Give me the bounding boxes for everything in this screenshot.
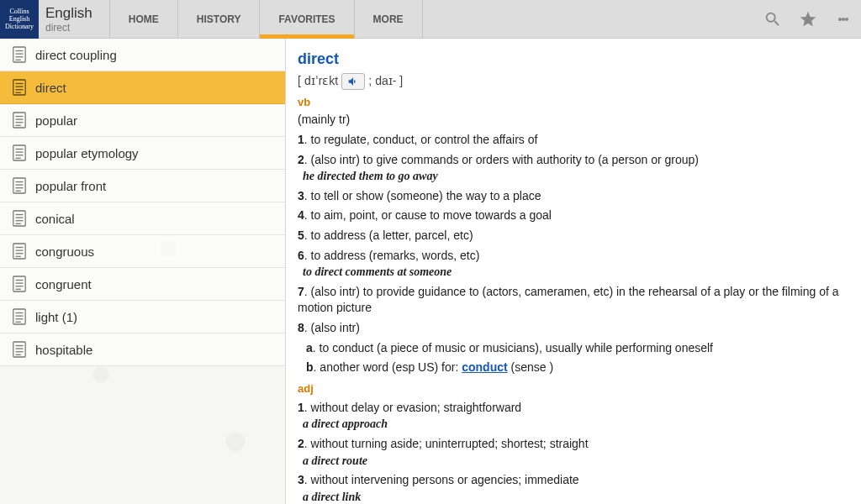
sidebar-item-direct-coupling[interactable]: direct coupling (0, 39, 285, 71)
sense-definition: . without turning aside; uninterrupted; … (304, 437, 589, 450)
sub-sense-text: . another word (esp US) for: (314, 360, 462, 374)
tab-bar: HOME HISTORY FAVORITES MORE (109, 0, 423, 39)
sense-definition: . to tell or show (someone) the way to a… (304, 189, 541, 202)
sidebar-item-label: popular etymology (35, 146, 139, 160)
tab-home[interactable]: HOME (109, 0, 178, 39)
page-icon (12, 176, 27, 195)
sub-sense-letter: b (306, 360, 314, 374)
top-toolbar: Collins English Dictionary English direc… (0, 0, 861, 39)
sense-definition: . to regulate, conduct, or control the a… (304, 133, 538, 146)
tab-label: FAVORITES (278, 13, 335, 25)
sidebar-item-congruous[interactable]: congruous (0, 235, 285, 268)
sense-example: a direct link (303, 489, 846, 504)
sense: 3. without intervening persons or agenci… (298, 472, 846, 489)
sense-number: 6 (298, 249, 304, 262)
sub-sense-letter: a (306, 341, 313, 354)
headword: direct (298, 49, 846, 70)
sense: 1. without delay or evasion; straightfor… (298, 400, 846, 417)
sidebar-item-label: light (1) (35, 310, 77, 324)
favorites-sidebar: direct couplingdirectpopularpopular etym… (0, 39, 286, 504)
page-icon (12, 307, 27, 326)
sidebar-item-label: congruous (35, 244, 94, 259)
sub-sense-text-after: (sense ) (508, 360, 553, 374)
pronunciation-2: daɪ- (375, 73, 396, 90)
sidebar-item-label: direct (35, 81, 66, 95)
sense: 2. without turning aside; uninterrupted;… (298, 436, 846, 453)
tab-label: HISTORY (197, 13, 241, 25)
sidebar-item-conical[interactable]: conical (0, 202, 285, 235)
sense-definition: . (also intr) (304, 321, 360, 334)
overflow-menu-icon[interactable] (826, 0, 861, 39)
pos-adjective: adj (298, 381, 846, 396)
sense-number: 8 (298, 321, 304, 334)
sidebar-item-label: hospitable (35, 343, 92, 357)
sense-example: a direct route (303, 453, 846, 470)
sidebar-item-label: congruent (35, 277, 92, 291)
sub-sense-definition: . to conduct (a piece of music or musici… (313, 341, 713, 354)
page-icon (12, 275, 27, 293)
xref-link[interactable]: conduct (462, 360, 507, 374)
sense: 4. to aim, point, or cause to move towar… (298, 207, 846, 224)
logo-text: Collins English Dictionary (0, 8, 39, 30)
sense-example: to direct comments at someone (303, 264, 846, 281)
sense-number: 5 (298, 228, 304, 242)
page-icon (12, 340, 27, 359)
sidebar-item-hospitable[interactable]: hospitable (0, 333, 285, 366)
sense: 2. (also intr) to give commands or order… (298, 152, 846, 169)
star-icon[interactable] (790, 0, 826, 39)
sidebar-item-label: direct coupling (35, 48, 117, 62)
page-icon (12, 78, 27, 97)
page-icon (12, 144, 27, 162)
sub-sense: a. to conduct (a piece of music or music… (298, 340, 846, 357)
sense-definition: . without intervening persons or agencie… (304, 473, 579, 486)
sense-number: 3 (298, 189, 304, 202)
tab-label: HOME (129, 13, 159, 25)
sense: 6. to address (remarks, words, etc) (298, 248, 846, 265)
pronunciation-separator: ; (368, 73, 372, 90)
tab-more[interactable]: MORE (355, 0, 423, 39)
sidebar-item-popular-etymology[interactable]: popular etymology (0, 137, 285, 170)
sense: 5. to address (a letter, parcel, etc) (298, 228, 846, 244)
play-audio-button[interactable] (341, 73, 365, 90)
sense-number: 2 (298, 437, 304, 450)
app-title: English (45, 5, 92, 22)
search-icon[interactable] (755, 0, 790, 39)
page-icon (12, 111, 27, 129)
pronunciation-row: [ dɪˈrɛkt ; daɪ- ] (298, 73, 846, 90)
pronunciation-1: dɪˈrɛkt (304, 73, 338, 90)
sense-number: 2 (298, 153, 304, 166)
sidebar-item-light-1-[interactable]: light (1) (0, 301, 285, 333)
sidebar-item-popular-front[interactable]: popular front (0, 170, 285, 202)
page-icon (12, 45, 27, 64)
sidebar-item-label: conical (35, 212, 75, 226)
grammar-note: (mainly tr) (298, 112, 846, 129)
app-subtitle: direct (45, 22, 92, 34)
page-icon (12, 209, 27, 228)
sense-definition: . without delay or evasion; straightforw… (304, 401, 521, 414)
sense-definition: . to address (remarks, words, etc) (304, 249, 480, 262)
entry-content: direct [ dɪˈrɛkt ; daɪ- ] vb (mainly tr)… (286, 39, 861, 504)
sense-number: 7 (298, 285, 304, 298)
tab-label: MORE (373, 13, 404, 25)
sense-number: 1 (298, 133, 304, 146)
tab-history[interactable]: HISTORY (178, 0, 261, 39)
page-icon (12, 242, 27, 260)
bracket-close: ] (399, 73, 403, 90)
sense-example: a direct approach (303, 416, 846, 433)
sidebar-item-congruent[interactable]: congruent (0, 268, 285, 301)
tab-favorites[interactable]: FAVORITES (260, 0, 354, 39)
sidebar-item-label: popular front (35, 179, 106, 193)
sense: 7. (also intr) to provide guidance to (a… (298, 284, 846, 317)
sense-definition: . (also intr) to provide guidance to (ac… (298, 285, 839, 315)
title-block: English direct (39, 5, 92, 34)
sense-definition: . to address (a letter, parcel, etc) (304, 228, 473, 242)
sense-number: 4 (298, 208, 304, 222)
sense-number: 3 (298, 473, 304, 486)
sense-definition: . to aim, point, or cause to move toward… (304, 208, 552, 222)
sense-number: 1 (298, 401, 304, 414)
sidebar-item-popular[interactable]: popular (0, 104, 285, 137)
sidebar-item-label: popular (35, 113, 77, 128)
sidebar-item-direct[interactable]: direct (0, 71, 285, 104)
sense: 3. to tell or show (someone) the way to … (298, 188, 846, 205)
bracket-open: [ (298, 73, 301, 90)
